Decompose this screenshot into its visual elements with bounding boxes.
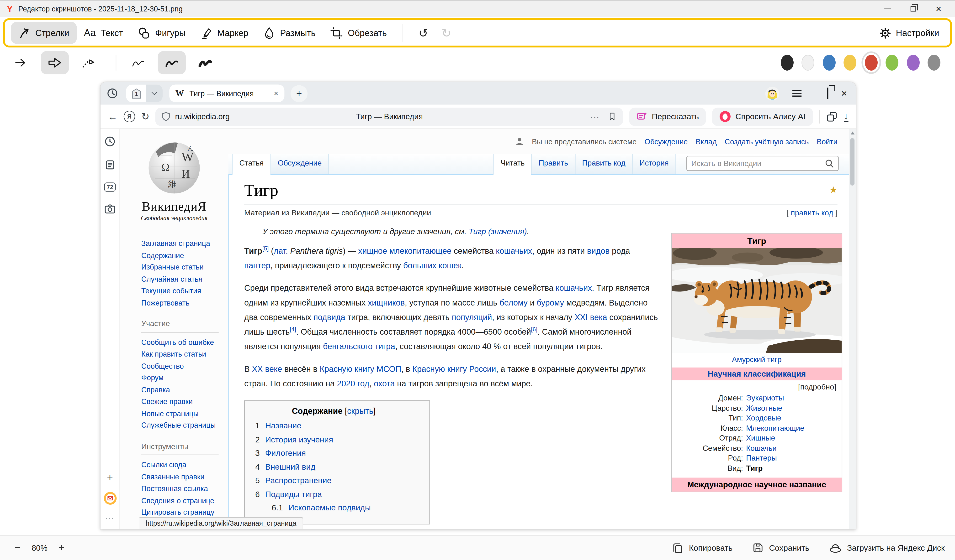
tab-list-dropdown[interactable]	[146, 85, 163, 102]
taxonomy-value[interactable]: Млекопитающие	[746, 423, 804, 433]
text-tool-button[interactable]: Aa Текст	[77, 22, 130, 44]
toc-link[interactable]: Филогения	[265, 446, 306, 460]
redo-button[interactable]: ↻	[442, 26, 451, 40]
browser-close-button[interactable]: ×	[841, 88, 847, 98]
nav-link[interactable]: Служебные страницы	[141, 420, 229, 432]
wikipedia-globe-logo[interactable]: W Ω И 維 ん	[120, 137, 229, 195]
featured-star-icon[interactable]: ★	[829, 184, 837, 195]
taxonomy-value[interactable]: Хордовые	[746, 413, 781, 423]
stroke-thin-button[interactable]	[124, 51, 152, 74]
nav-link[interactable]: Случайная статья	[141, 273, 229, 285]
toc-link[interactable]: Внешний вид	[265, 460, 315, 474]
tiger-photo[interactable]	[672, 248, 842, 353]
wikipedia-wordmark[interactable]: ВикипедиЯ	[120, 200, 229, 214]
yandex-home-button[interactable]: Я	[124, 111, 135, 122]
toc-link[interactable]: Название	[265, 419, 302, 433]
scrollbar-thumb[interactable]	[850, 138, 855, 186]
browser-menu-button[interactable]	[792, 90, 802, 97]
personal-link-contribs[interactable]: Вклад	[696, 137, 717, 146]
sidebar-screenshot-button[interactable]	[104, 204, 116, 214]
stroke-thick-button[interactable]	[191, 51, 219, 74]
color-swatch[interactable]	[864, 55, 877, 70]
tab-talk[interactable]: Обсуждение	[271, 154, 329, 174]
taxonomy-value[interactable]: Животные	[746, 403, 782, 413]
history-icon[interactable]	[106, 87, 118, 99]
window-minimize-button[interactable]	[875, 1, 900, 17]
upload-yandex-disk-button[interactable]: Загрузить на Яндекс Диск	[829, 542, 945, 554]
taxonomy-value[interactable]: Хищные	[746, 433, 775, 443]
taxonomy-value[interactable]: Кошачьи	[746, 443, 777, 453]
nav-link[interactable]: Заглавная страница	[141, 238, 229, 250]
nav-link[interactable]: Сообщить об ошибке	[141, 337, 229, 349]
zoom-in-button[interactable]: +	[54, 541, 69, 555]
toc-link[interactable]: История изучения	[265, 433, 333, 446]
nav-link[interactable]: Как править статьи	[141, 349, 229, 360]
nav-link[interactable]: Избранные статьи	[141, 262, 229, 273]
nav-link[interactable]: Форум	[141, 372, 229, 384]
tab-read[interactable]: Читать	[493, 154, 531, 175]
nav-link[interactable]: Свежие правки	[141, 396, 229, 408]
sidebar-counter-badge[interactable]: 72	[104, 183, 116, 192]
color-swatch[interactable]	[780, 55, 793, 70]
sidebar-notes-button[interactable]	[104, 159, 115, 170]
sidebar-add-button[interactable]: +	[107, 471, 113, 484]
personal-link-talk[interactable]: Обсуждение	[644, 137, 687, 146]
nav-link[interactable]: Новые страницы	[141, 408, 229, 420]
taxonomy-value[interactable]: Пантеры	[746, 453, 777, 463]
stroke-medium-button[interactable]	[158, 51, 186, 74]
taxonomy-value[interactable]: Тигр	[746, 463, 763, 473]
new-tab-button[interactable]: +	[291, 85, 307, 102]
page-scrollbar[interactable]	[849, 129, 856, 529]
nav-link[interactable]: Постоянная ссылка	[141, 483, 229, 495]
toc-hide-link[interactable]: [скрыть]	[345, 406, 376, 415]
settings-button[interactable]: Настройки	[879, 27, 944, 39]
back-button[interactable]: ←	[108, 111, 118, 122]
search-icon[interactable]	[825, 159, 834, 168]
tab-edit-source[interactable]: Править код	[575, 154, 632, 174]
tab-history[interactable]: История	[632, 154, 676, 174]
wiki-search-input[interactable]	[691, 159, 825, 168]
window-close-button[interactable]: ×	[926, 1, 952, 17]
personal-link-login[interactable]: Войти	[817, 137, 838, 146]
extensions-icon[interactable]	[826, 111, 838, 123]
window-restore-button[interactable]	[900, 1, 926, 17]
blur-tool-button[interactable]: Размыть	[256, 22, 323, 44]
arrow-style-dotted-button[interactable]	[74, 51, 102, 74]
save-button[interactable]: Сохранить	[752, 542, 809, 554]
taxobox-image-caption[interactable]: Амурский тигр	[672, 353, 842, 368]
nav-link[interactable]: Справка	[141, 384, 229, 396]
browser-restore-button[interactable]	[827, 88, 828, 99]
url-field[interactable]: ru.wikipedia.org Тигр — Википедия ⋯	[156, 107, 623, 126]
tab-counter[interactable]: 1	[126, 85, 163, 102]
shapes-tool-button[interactable]: Фигуры	[130, 22, 193, 44]
active-browser-tab[interactable]: W Тигр — Википедия ×	[169, 85, 284, 102]
color-swatch[interactable]	[802, 55, 814, 70]
downloads-button[interactable]: ↓	[844, 111, 848, 122]
color-swatch[interactable]	[844, 55, 856, 70]
bookmark-icon[interactable]	[607, 111, 617, 122]
sidebar-more-button[interactable]: ⋯	[105, 513, 115, 524]
sidebar-history-button[interactable]	[104, 136, 116, 147]
nav-link[interactable]: Текущие события	[141, 285, 229, 297]
ask-alice-button[interactable]: Спросить Алису AI	[712, 107, 813, 126]
zoom-out-button[interactable]: −	[10, 541, 25, 555]
copy-button[interactable]: Копировать	[672, 542, 733, 554]
nav-link[interactable]: Пожертвовать	[141, 297, 229, 309]
edit-source-link[interactable]: [ править код ]	[787, 209, 838, 217]
crop-tool-button[interactable]: Обрезать	[323, 22, 394, 44]
nav-link[interactable]: Содержание	[141, 250, 229, 262]
tab-close-icon[interactable]: ×	[274, 89, 278, 98]
reload-button[interactable]: ↻	[141, 111, 149, 122]
tab-article[interactable]: Статья	[232, 154, 271, 175]
color-swatch[interactable]	[928, 55, 941, 70]
yandex-mail-icon[interactable]	[103, 491, 116, 505]
editor-canvas[interactable]: 1 W Тигр — Википедия × + ×	[0, 75, 955, 535]
nav-link[interactable]: Сведения о странице	[141, 495, 229, 507]
tab-edit[interactable]: Править	[531, 154, 575, 174]
nav-link[interactable]: Связанные правки	[141, 471, 229, 483]
retell-button[interactable]: Пересказать	[629, 107, 706, 126]
taxobox-classification-header[interactable]: Научная классификация	[672, 368, 842, 381]
nav-link[interactable]: Сообщество	[141, 360, 229, 372]
scroll-up-icon[interactable]	[850, 131, 854, 134]
personal-link-create-account[interactable]: Создать учётную запись	[725, 137, 809, 146]
